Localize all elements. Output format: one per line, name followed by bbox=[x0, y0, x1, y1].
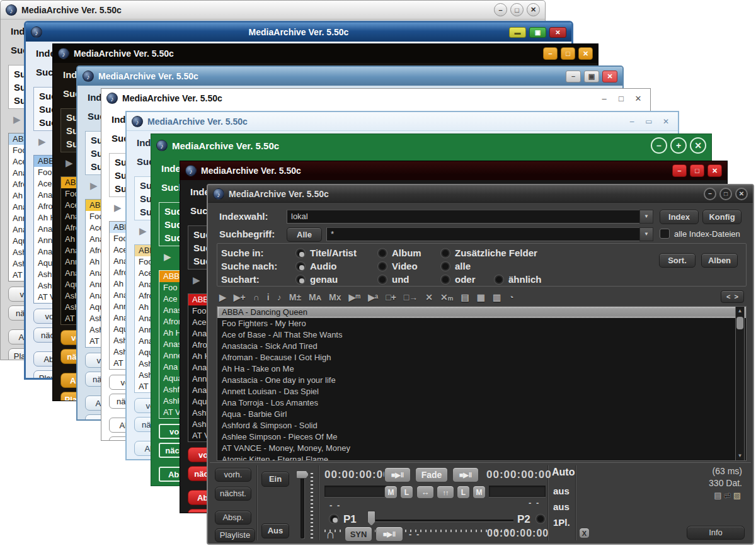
list-item[interactable]: Annett Louisan - Das Spiel bbox=[217, 386, 746, 397]
play-icon[interactable]: ▶ bbox=[13, 114, 21, 125]
crossfade-icon-button[interactable]: ↔ bbox=[416, 486, 434, 499]
radio-audio[interactable] bbox=[296, 262, 305, 271]
playliste-button[interactable]: Playliste bbox=[215, 528, 255, 542]
scroll-down-icon[interactable]: ▼ bbox=[736, 452, 744, 460]
minimize-button[interactable]: – bbox=[597, 93, 611, 104]
headphones-icon[interactable]: ∩ bbox=[326, 527, 335, 542]
info-marker-icon[interactable]: i bbox=[267, 292, 270, 302]
play-all-icon[interactable]: ▶ᵃ bbox=[368, 292, 378, 302]
window-titlebar[interactable]: ♪ MediaArchive Ver. 5.50c – □ ✕ bbox=[180, 161, 727, 180]
export-icon[interactable]: ▥ bbox=[493, 292, 501, 302]
position-slider[interactable] bbox=[369, 520, 513, 521]
index-button[interactable]: Index bbox=[660, 210, 699, 224]
close-button[interactable]: ✕ bbox=[549, 27, 566, 38]
search-dropdown-icon[interactable]: ▼ bbox=[639, 227, 653, 241]
x-button[interactable]: X bbox=[579, 528, 590, 538]
list-item[interactable]: Anastacia - Sick And Tired bbox=[217, 341, 746, 352]
radio-genau[interactable] bbox=[296, 275, 305, 284]
disc-copy-icon[interactable]: ♪ bbox=[277, 292, 282, 302]
minimize-button[interactable]: – bbox=[625, 116, 639, 127]
play-icon[interactable]: ▶ bbox=[219, 292, 226, 302]
list-item[interactable]: ABBA - Dancing Queen bbox=[217, 307, 746, 318]
list-item[interactable]: AT VANCE - Money, Money, Money bbox=[217, 443, 746, 454]
radio-oder[interactable] bbox=[441, 275, 450, 284]
play-marked-icon[interactable]: ▶ᵐ bbox=[348, 292, 360, 302]
stop-play-button-1[interactable]: ■▶‖ bbox=[384, 467, 411, 482]
list-item[interactable]: Aqua - Barbie Girl bbox=[217, 409, 746, 420]
play-icon[interactable]: ▶ bbox=[38, 136, 46, 147]
window-titlebar[interactable]: ♪ MediaArchive Ver. 5.50c – □ ✕ bbox=[101, 89, 650, 108]
search-input[interactable]: * bbox=[326, 227, 640, 241]
copy-move-icon[interactable]: □→ bbox=[404, 292, 418, 302]
list-item[interactable]: Afroman - Because I Got High bbox=[217, 352, 746, 363]
swap-up-icon-button[interactable]: ↑↑ bbox=[437, 486, 454, 499]
maximize-button[interactable]: + bbox=[670, 137, 687, 154]
sort-button[interactable]: Sort. bbox=[659, 253, 696, 268]
maximize-button[interactable]: ▭ bbox=[642, 116, 656, 127]
print-icon[interactable]: ▦ bbox=[477, 292, 485, 302]
window-titlebar[interactable]: ♪ MediaArchive Ver. 5.50c – □ ✕ bbox=[208, 185, 753, 203]
alle-button[interactable]: Alle bbox=[287, 227, 322, 242]
minimize-button[interactable]: – bbox=[672, 164, 687, 177]
pager-prev-icon[interactable]: < bbox=[726, 293, 730, 300]
l-button-right[interactable]: L bbox=[457, 486, 470, 499]
close-button[interactable]: ✕ bbox=[690, 137, 706, 154]
window-titlebar[interactable]: ♪ MediaArchive Ver. 5.50c – ▣ ✕ bbox=[77, 67, 622, 86]
radio-titel-artist[interactable] bbox=[296, 249, 305, 258]
index-combo[interactable]: lokal bbox=[287, 210, 640, 224]
maximize-button[interactable]: ▣ bbox=[529, 27, 546, 38]
p2-radio[interactable] bbox=[536, 515, 545, 523]
headphones-icon[interactable]: ∩ bbox=[253, 292, 260, 302]
maximize-button[interactable]: ▣ bbox=[584, 71, 599, 82]
minimize-button[interactable]: – bbox=[494, 3, 507, 16]
play-icon[interactable]: ▶ bbox=[66, 157, 73, 169]
play-add-icon[interactable]: ▶+ bbox=[234, 292, 246, 302]
close-button[interactable]: ✕ bbox=[602, 71, 617, 82]
fade-button[interactable]: Fade bbox=[415, 467, 448, 482]
list-item[interactable]: Atomic Kitten - Eternal Flame bbox=[217, 454, 746, 461]
vorh-button[interactable]: vorh. bbox=[215, 468, 251, 482]
syn-button[interactable]: SYN bbox=[345, 526, 372, 542]
radio-aehnlich[interactable] bbox=[495, 275, 503, 284]
minimize-button[interactable]: – bbox=[651, 137, 667, 154]
list-item[interactable]: Ace of Base - All That She Wants bbox=[217, 329, 746, 341]
close-button[interactable]: ✕ bbox=[578, 47, 593, 60]
close-button[interactable]: ✕ bbox=[527, 3, 540, 16]
play-icon[interactable]: ▶ bbox=[114, 202, 122, 213]
maximize-button[interactable]: □ bbox=[719, 188, 732, 200]
naechst-button[interactable]: nächst. bbox=[215, 487, 251, 501]
play-icon[interactable]: ▶ bbox=[139, 225, 147, 237]
stop-play-button-3[interactable]: ■▶‖ bbox=[375, 526, 403, 542]
pager-button[interactable]: < > bbox=[721, 290, 744, 303]
window-titlebar[interactable]: ♪ MediaArchive Ver. 5.50c – ▭ ✕ bbox=[127, 112, 678, 131]
list-item[interactable]: Ashlee Simpson - Pieces Of Me bbox=[217, 431, 746, 443]
scroll-thumb[interactable] bbox=[736, 317, 743, 329]
volume-slider-handle[interactable] bbox=[296, 470, 309, 479]
radio-und[interactable] bbox=[378, 275, 387, 284]
play-icon[interactable]: ▶ bbox=[90, 180, 98, 191]
list-item[interactable]: Ashford & Simpson - Solid bbox=[217, 420, 746, 431]
pager-next-icon[interactable]: > bbox=[735, 293, 738, 300]
index-combo-dropdown-icon[interactable]: ▼ bbox=[639, 210, 653, 224]
close-button[interactable]: ✕ bbox=[659, 116, 673, 127]
folder-icon[interactable]: ▤ bbox=[461, 292, 469, 302]
m-button-right[interactable]: M bbox=[472, 486, 486, 499]
window-titlebar[interactable]: ♪ MediaArchive Ver. 5.50c – + ✕ bbox=[151, 134, 711, 157]
delete-icon[interactable]: ✕ bbox=[425, 292, 433, 302]
maximize-button[interactable]: □ bbox=[614, 93, 628, 104]
radio-zusaetzliche-felder[interactable] bbox=[441, 249, 450, 258]
close-button[interactable]: ✕ bbox=[735, 188, 748, 200]
position-slider-handle[interactable] bbox=[367, 511, 375, 526]
maximize-button[interactable]: □ bbox=[690, 164, 704, 177]
window-titlebar[interactable]: ♪ MediaArchive Ver. 5.50c ▬ ▣ ✕ bbox=[26, 23, 571, 42]
delete-marked-icon[interactable]: ✕ₘ bbox=[440, 292, 453, 302]
timer-icon[interactable]: ◔ bbox=[508, 292, 513, 302]
alle-index-checkbox[interactable] bbox=[660, 229, 670, 239]
radio-album[interactable] bbox=[378, 249, 387, 258]
info-button[interactable]: Info bbox=[687, 526, 745, 540]
window-titlebar[interactable]: ♪ MediaArchive Ver. 5.50c – □ ✕ bbox=[1, 1, 545, 20]
radio-video[interactable] bbox=[378, 262, 387, 271]
l-button-left[interactable]: L bbox=[400, 486, 413, 499]
close-button[interactable]: ✕ bbox=[707, 164, 722, 177]
maximize-button[interactable]: □ bbox=[510, 3, 524, 16]
